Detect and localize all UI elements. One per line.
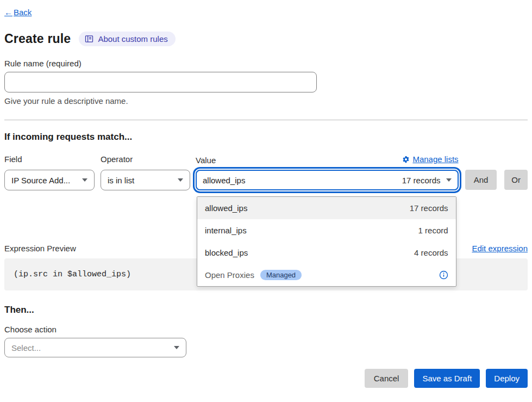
operator-select-value: is in list: [108, 176, 134, 185]
or-button[interactable]: Or: [504, 170, 528, 190]
chevron-down-icon: [82, 178, 87, 182]
choose-action-label: Choose action: [4, 325, 528, 334]
list-option-name: allowed_ips: [205, 203, 247, 213]
chevron-down-icon: [446, 178, 452, 182]
field-label: Field: [4, 154, 95, 164]
back-link[interactable]: ←Back: [4, 8, 32, 17]
value-label: Value: [196, 156, 216, 165]
about-pill-label: About custom rules: [98, 34, 167, 44]
list-option-left: Open Proxies Managed: [205, 270, 302, 280]
section-divider: [4, 120, 528, 120]
then-section-heading: Then...: [4, 305, 528, 316]
value-select[interactable]: allowed_ips 17 records: [196, 170, 459, 190]
operator-select[interactable]: is in list: [101, 170, 190, 190]
list-option-blocked-ips[interactable]: blocked_ips 4 records: [197, 242, 456, 264]
operator-label: Operator: [101, 154, 190, 164]
managed-badge: Managed: [260, 270, 302, 280]
list-option-records: 17 records: [410, 203, 448, 213]
field-select[interactable]: IP Source Add...: [4, 170, 95, 190]
edit-expression-link[interactable]: Edit expression: [472, 244, 528, 253]
list-option-records: 4 records: [414, 248, 448, 257]
list-option-name: Open Proxies: [205, 270, 254, 280]
list-option-allowed-ips[interactable]: allowed_ips 17 records: [197, 197, 456, 219]
list-option-records: 1 record: [418, 226, 448, 235]
deploy-button[interactable]: Deploy: [486, 369, 528, 388]
list-option-name: internal_ips: [205, 226, 247, 235]
footer-actions: Cancel Save as Draft Deploy: [4, 369, 528, 388]
chevron-down-icon: [178, 178, 183, 182]
rule-name-input[interactable]: [4, 72, 317, 92]
expression-preview-label: Expression Preview: [4, 244, 76, 253]
condition-builder-row: Field IP Source Add... Operator is in li…: [4, 154, 528, 190]
action-select-placeholder: Select...: [11, 343, 41, 352]
value-select-right: 17 records: [402, 176, 452, 185]
list-option-name: blocked_ips: [205, 248, 248, 257]
field-column: Field IP Source Add...: [4, 154, 95, 190]
info-icon[interactable]: [439, 270, 448, 280]
chevron-down-icon: [174, 346, 179, 349]
cancel-button[interactable]: Cancel: [365, 369, 409, 388]
list-dropdown-panel: allowed_ips 17 records internal_ips 1 re…: [197, 196, 456, 287]
book-icon: [85, 35, 93, 43]
value-column: Value Manage lists allowed_ips 17 record…: [196, 154, 459, 190]
back-link-label: Back: [14, 8, 32, 17]
action-select[interactable]: Select...: [4, 338, 186, 357]
save-as-draft-button[interactable]: Save as Draft: [414, 369, 480, 388]
list-option-open-proxies[interactable]: Open Proxies Managed: [197, 264, 456, 286]
page-title: Create rule: [4, 32, 71, 46]
match-section-heading: If incoming requests match...: [4, 132, 528, 143]
title-row: Create rule About custom rules: [4, 32, 528, 46]
rule-name-label: Rule name (required): [4, 59, 528, 68]
manage-lists-label: Manage lists: [412, 154, 458, 164]
create-rule-page: ←Back Create rule About custom rules Rul…: [0, 0, 532, 399]
gear-icon: [402, 156, 410, 163]
left-arrow-icon: ←: [4, 8, 12, 17]
value-select-records: 17 records: [402, 176, 441, 185]
about-custom-rules-link[interactable]: About custom rules: [79, 32, 175, 46]
list-option-internal-ips[interactable]: internal_ips 1 record: [197, 219, 456, 242]
value-select-value: allowed_ips: [203, 176, 245, 185]
manage-lists-link[interactable]: Manage lists: [402, 154, 458, 164]
rule-name-helper: Give your rule a descriptive name.: [4, 96, 528, 106]
operator-column: Operator is in list: [101, 154, 190, 190]
rule-name-section: Rule name (required) Give your rule a de…: [4, 59, 528, 106]
back-row: ←Back: [4, 8, 528, 17]
value-label-row: Value Manage lists: [196, 154, 459, 164]
and-button[interactable]: And: [465, 170, 497, 190]
field-select-value: IP Source Add...: [11, 176, 70, 185]
